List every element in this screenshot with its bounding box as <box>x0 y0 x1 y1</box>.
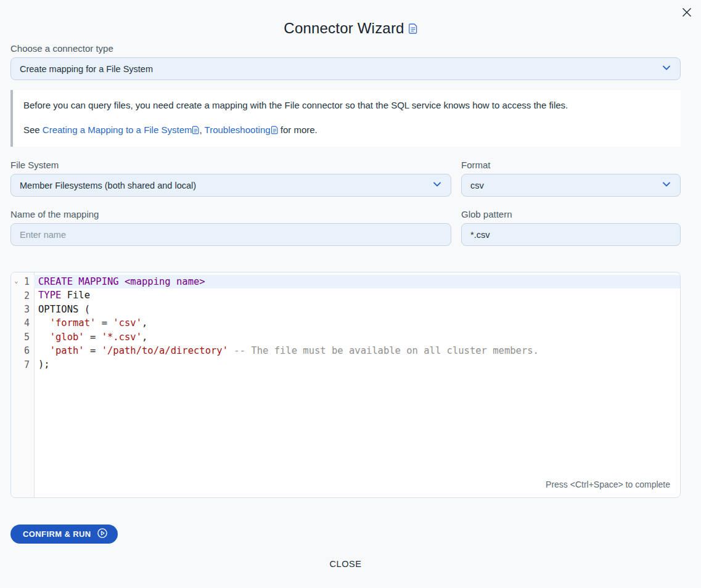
line-number: 6 <box>11 345 34 356</box>
code-line[interactable]: ⌄1CREATE MAPPING <mapping name> <box>11 275 680 288</box>
mapping-name-input[interactable] <box>10 223 451 246</box>
dialog-header: Connector Wizard <box>0 20 701 37</box>
code-line[interactable]: 4 'format' = 'csv', <box>11 316 680 330</box>
link-troubleshooting-label: Troubleshooting <box>205 125 271 135</box>
document-icon <box>192 126 199 134</box>
line-number: 7 <box>11 359 34 370</box>
format-select[interactable]: csv <box>461 174 681 197</box>
info-links-line: See Creating a Mapping to a File System,… <box>23 124 668 136</box>
info-separator: , <box>199 125 204 135</box>
sql-editor[interactable]: ⌄1CREATE MAPPING <mapping name>2TYPE Fil… <box>10 272 681 498</box>
code-line[interactable]: 7); <box>11 357 680 371</box>
code-line[interactable]: 3OPTIONS ( <box>11 303 680 316</box>
code-lines: ⌄1CREATE MAPPING <mapping name>2TYPE Fil… <box>11 272 680 372</box>
mapping-name-label: Name of the mapping <box>10 209 451 219</box>
confirm-run-button[interactable]: CONFIRM & RUN <box>10 525 118 544</box>
glob-pattern-input[interactable] <box>461 223 681 246</box>
code-line[interactable]: 5 'glob' = '*.csv', <box>11 330 680 344</box>
file-system-select[interactable]: Member Filesystems (both shared and loca… <box>10 174 451 197</box>
connector-type-select[interactable]: Create mapping for a File System <box>10 57 681 80</box>
dialog-title: Connector Wizard <box>284 20 404 37</box>
chevron-down-icon <box>432 179 442 191</box>
code-text: CREATE MAPPING <mapping name> <box>34 275 680 288</box>
line-number: 3 <box>11 304 34 315</box>
document-icon[interactable] <box>409 23 417 34</box>
file-system-label: File System <box>10 160 451 170</box>
link-creating-mapping[interactable]: Creating a Mapping to a File System <box>43 125 200 135</box>
chevron-down-icon <box>662 63 671 75</box>
chevron-down-icon <box>662 179 671 191</box>
code-text: 'glob' = '*.csv', <box>34 330 680 344</box>
line-number: 5 <box>11 332 34 343</box>
connector-type-value: Create mapping for a File System <box>20 64 153 74</box>
info-see: See <box>23 125 43 135</box>
confirm-run-label: CONFIRM & RUN <box>23 529 91 539</box>
format-value: csv <box>470 181 484 190</box>
file-system-value: Member Filesystems (both shared and loca… <box>20 181 196 190</box>
format-label: Format <box>461 160 681 170</box>
code-text: TYPE File <box>34 288 680 302</box>
link-troubleshooting[interactable]: Troubleshooting <box>205 125 278 135</box>
document-icon <box>271 126 278 134</box>
code-text: OPTIONS ( <box>34 303 680 316</box>
close-icon-glyph <box>681 7 692 18</box>
code-line[interactable]: 2TYPE File <box>11 288 680 302</box>
fold-chevron-icon[interactable]: ⌄ <box>14 277 18 285</box>
info-suffix: for more. <box>278 125 318 135</box>
link-creating-mapping-label: Creating a Mapping to a File System <box>43 125 192 135</box>
close-button[interactable]: CLOSE <box>329 559 361 569</box>
glob-pattern-label: Glob pattern <box>461 209 681 219</box>
code-text: ); <box>34 357 680 371</box>
line-number: 4 <box>11 317 34 329</box>
code-text: 'format' = 'csv', <box>34 316 680 330</box>
connector-type-label: Choose a connector type <box>10 43 681 54</box>
editor-hint: Press <Ctrl+Space> to complete <box>546 480 670 489</box>
info-box: Before you can query files, you need cre… <box>10 90 681 147</box>
info-text: Before you can query files, you need cre… <box>23 99 668 112</box>
line-number: 2 <box>11 290 34 301</box>
play-circle-icon <box>97 528 108 541</box>
code-line[interactable]: 6 'path' = '/path/to/a/directory' -- The… <box>11 344 680 357</box>
line-number: ⌄1 <box>11 276 34 287</box>
code-text: 'path' = '/path/to/a/directory' -- The f… <box>34 344 680 357</box>
close-icon[interactable] <box>679 5 694 20</box>
